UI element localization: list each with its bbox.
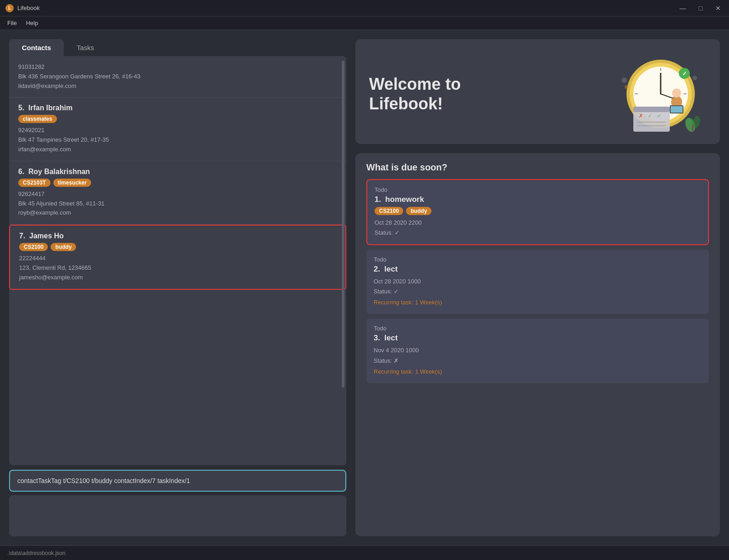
contact-phone-6: 92624417 [18,190,337,199]
menu-file[interactable]: File [7,20,17,26]
task-type-1: Todo [375,186,701,193]
contact-tags-7: CS2100 buddy [19,243,336,251]
svg-rect-10 [633,107,670,112]
contact-tags-5: classmates [18,115,337,123]
contact-name-5: 5. Irfan Ibrahim [18,104,337,112]
tag-buddy: buddy [51,243,76,251]
contact-item-6[interactable]: 6. Roy Balakrishnan CS2103T timesucker 9… [9,161,346,225]
contact-phone-4: 91031282 [18,62,337,72]
statusbar: .\data\addressbook.json [0,545,729,560]
app-title: Lifebook [17,5,40,11]
clock-svg: ✗ ✓ ✓ ✓ [606,53,706,135]
svg-point-17 [672,88,681,98]
contact-name-7: 7. James Ho [19,232,336,240]
contact-email-6: royb@example.com [18,208,337,218]
task-tag-cs2100: CS2100 [375,207,403,215]
contact-address-4: Blk 436 Serangoon Gardens Street 26, #16… [18,72,337,82]
svg-text:✗: ✗ [639,113,643,118]
task-status-1: Status: ✓ [375,228,701,238]
contact-phone-5: 92492021 [18,126,337,135]
menubar: File Help [0,16,729,30]
command-input[interactable] [9,470,346,492]
contact-address-6: Blk 45 Aljunied Street 85, #11-31 [18,199,337,209]
task-datetime-2: Oct 28 2020 1000 [374,277,702,287]
contact-item-4[interactable]: 91031282 Blk 436 Serangoon Gardens Stree… [9,56,346,98]
task-recurring-3: Recurring task: 1 Week(s) [374,367,702,377]
window-controls: — □ ✕ [677,4,724,13]
output-area [9,495,346,536]
contact-email-7: jamesho@example.com [19,273,336,283]
task-datetime-1: Oct 28 2020 2200 [375,218,701,228]
input-area [9,470,346,536]
task-name-1: 1. homework [375,195,701,204]
contact-name-6: 6. Roy Balakrishnan [18,168,337,176]
task-name-2: 2. lect [374,265,702,274]
task-card-1[interactable]: Todo 1. homework CS2100 buddy Oct 28 202… [366,179,709,245]
close-button[interactable]: ✕ [713,4,724,13]
task-card-2[interactable]: Todo 2. lect Oct 28 2020 1000 Status: ✓ … [366,250,709,314]
contact-phone-7: 22224444 [19,254,336,263]
tag-timesucker: timesucker [53,179,91,187]
due-soon-title: What is due soon? [366,162,709,173]
clock-illustration: ✗ ✓ ✓ ✓ [606,53,706,135]
tag-cs2100: CS2100 [19,243,48,251]
task-status-2: Status: ✓ [374,287,702,297]
contact-tags-6: CS2103T timesucker [18,179,337,187]
minimize-button[interactable]: — [677,4,689,13]
contact-item-7[interactable]: 7. James Ho CS2100 buddy 22224444 123, C… [9,225,346,289]
task-tags-1: CS2100 buddy [375,207,701,215]
contact-details-6: 92624417 Blk 45 Aljunied Street 85, #11-… [18,190,337,218]
contact-email-5: irfan@example.com [18,145,337,154]
app-logo: L [5,4,14,12]
contact-details-4: 91031282 Blk 436 Serangoon Gardens Stree… [18,62,337,91]
svg-point-22 [625,85,628,89]
svg-rect-27 [692,125,693,131]
task-status-3: Status: ✗ [374,356,702,366]
task-recurring-2: Recurring task: 1 Week(s) [374,298,702,308]
task-type-2: Todo [374,256,702,263]
svg-text:✓: ✓ [657,113,661,118]
contact-list: 91031282 Blk 436 Serangoon Gardens Stree… [9,56,346,465]
svg-point-23 [621,77,627,83]
contact-details-5: 92492021 Blk 47 Tampines Street 20, #17-… [18,126,337,154]
svg-point-24 [693,76,697,80]
task-details-2: Oct 28 2020 1000 Status: ✓ Recurring tas… [374,277,702,308]
svg-text:✓: ✓ [682,70,687,77]
right-panel: Welcome toLifebook! [355,39,720,536]
svg-rect-19 [671,106,683,113]
task-tag-buddy: buddy [406,207,431,215]
task-datetime-3: Nov 4 2020 1000 [374,345,702,355]
due-soon-section: What is due soon? Todo 1. homework CS210… [355,153,720,536]
tag-cs2103t: CS2103T [18,179,51,187]
svg-text:✓: ✓ [648,113,652,118]
main-container: Contacts Tasks 91031282 Blk 436 Serangoo… [0,30,729,545]
tab-contacts[interactable]: Contacts [9,39,64,56]
contact-details-7: 22224444 123, Clementi Rd, 1234665 james… [19,254,336,282]
titlebar-left: L Lifebook [5,4,40,12]
contact-address-7: 123, Clementi Rd, 1234665 [19,263,336,273]
contact-address-5: Blk 47 Tampines Street 20, #17-35 [18,135,337,145]
left-panel: Contacts Tasks 91031282 Blk 436 Serangoo… [9,39,346,536]
task-name-3: 3. lect [374,334,702,343]
maximize-button[interactable]: □ [696,4,705,13]
welcome-section: Welcome toLifebook! [355,39,720,144]
scrollbar[interactable] [342,61,344,388]
task-type-3: Todo [374,325,702,332]
task-card-3[interactable]: Todo 3. lect Nov 4 2020 1000 Status: ✗ R… [366,319,709,383]
task-details-1: Oct 28 2020 2200 Status: ✓ [375,218,701,238]
menu-help[interactable]: Help [26,20,38,26]
statusbar-path: .\data\addressbook.json [7,550,65,556]
titlebar: L Lifebook — □ ✕ [0,0,729,16]
tab-tasks[interactable]: Tasks [64,39,107,56]
tabs: Contacts Tasks [9,39,346,56]
contact-item-5[interactable]: 5. Irfan Ibrahim classmates 92492021 Blk… [9,98,346,161]
welcome-text: Welcome toLifebook! [369,74,461,113]
task-details-3: Nov 4 2020 1000 Status: ✗ Recurring task… [374,345,702,376]
contact-email-4: lidavid@example.com [18,82,337,91]
tag-classmates: classmates [18,115,57,123]
